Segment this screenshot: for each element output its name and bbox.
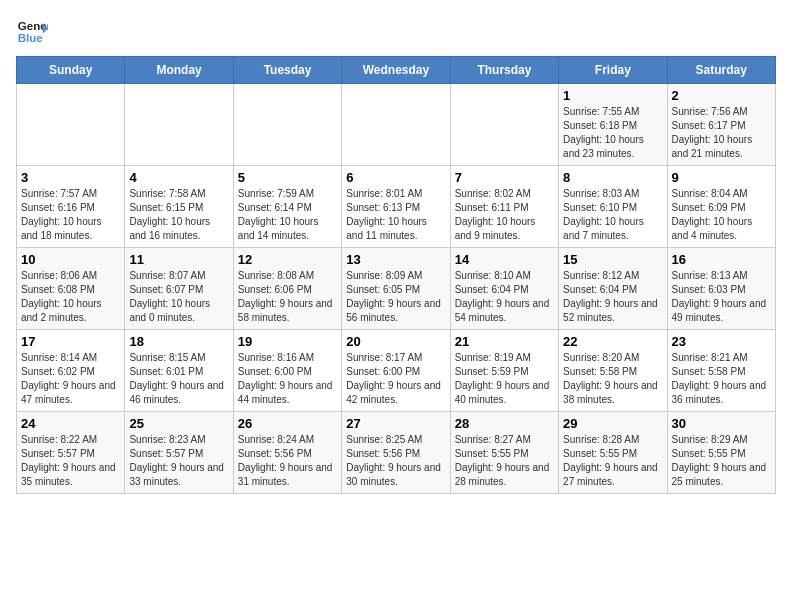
- day-cell: 29Sunrise: 8:28 AM Sunset: 5:55 PM Dayli…: [559, 412, 667, 494]
- day-cell: 7Sunrise: 8:02 AM Sunset: 6:11 PM Daylig…: [450, 166, 558, 248]
- day-number: 2: [672, 88, 771, 103]
- day-number: 21: [455, 334, 554, 349]
- day-cell: 15Sunrise: 8:12 AM Sunset: 6:04 PM Dayli…: [559, 248, 667, 330]
- day-info: Sunrise: 7:57 AM Sunset: 6:16 PM Dayligh…: [21, 187, 120, 243]
- day-info: Sunrise: 8:29 AM Sunset: 5:55 PM Dayligh…: [672, 433, 771, 489]
- day-cell: 2Sunrise: 7:56 AM Sunset: 6:17 PM Daylig…: [667, 84, 775, 166]
- calendar-table: SundayMondayTuesdayWednesdayThursdayFrid…: [16, 56, 776, 494]
- day-header-friday: Friday: [559, 57, 667, 84]
- day-number: 26: [238, 416, 337, 431]
- day-number: 29: [563, 416, 662, 431]
- day-cell: 23Sunrise: 8:21 AM Sunset: 5:58 PM Dayli…: [667, 330, 775, 412]
- day-number: 19: [238, 334, 337, 349]
- day-info: Sunrise: 8:22 AM Sunset: 5:57 PM Dayligh…: [21, 433, 120, 489]
- day-number: 7: [455, 170, 554, 185]
- day-info: Sunrise: 8:24 AM Sunset: 5:56 PM Dayligh…: [238, 433, 337, 489]
- day-header-sunday: Sunday: [17, 57, 125, 84]
- day-cell: 4Sunrise: 7:58 AM Sunset: 6:15 PM Daylig…: [125, 166, 233, 248]
- day-cell: 24Sunrise: 8:22 AM Sunset: 5:57 PM Dayli…: [17, 412, 125, 494]
- day-number: 15: [563, 252, 662, 267]
- day-info: Sunrise: 8:21 AM Sunset: 5:58 PM Dayligh…: [672, 351, 771, 407]
- logo: General Blue: [16, 16, 52, 48]
- day-info: Sunrise: 8:09 AM Sunset: 6:05 PM Dayligh…: [346, 269, 445, 325]
- day-info: Sunrise: 8:06 AM Sunset: 6:08 PM Dayligh…: [21, 269, 120, 325]
- day-header-thursday: Thursday: [450, 57, 558, 84]
- day-info: Sunrise: 8:19 AM Sunset: 5:59 PM Dayligh…: [455, 351, 554, 407]
- day-cell: 20Sunrise: 8:17 AM Sunset: 6:00 PM Dayli…: [342, 330, 450, 412]
- day-cell: 12Sunrise: 8:08 AM Sunset: 6:06 PM Dayli…: [233, 248, 341, 330]
- day-number: 30: [672, 416, 771, 431]
- day-number: 17: [21, 334, 120, 349]
- day-number: 8: [563, 170, 662, 185]
- day-cell: 18Sunrise: 8:15 AM Sunset: 6:01 PM Dayli…: [125, 330, 233, 412]
- week-row-1: 1Sunrise: 7:55 AM Sunset: 6:18 PM Daylig…: [17, 84, 776, 166]
- day-cell: [342, 84, 450, 166]
- day-cell: 6Sunrise: 8:01 AM Sunset: 6:13 PM Daylig…: [342, 166, 450, 248]
- day-info: Sunrise: 8:07 AM Sunset: 6:07 PM Dayligh…: [129, 269, 228, 325]
- day-cell: 30Sunrise: 8:29 AM Sunset: 5:55 PM Dayli…: [667, 412, 775, 494]
- day-info: Sunrise: 7:55 AM Sunset: 6:18 PM Dayligh…: [563, 105, 662, 161]
- day-number: 4: [129, 170, 228, 185]
- day-info: Sunrise: 8:28 AM Sunset: 5:55 PM Dayligh…: [563, 433, 662, 489]
- day-cell: 16Sunrise: 8:13 AM Sunset: 6:03 PM Dayli…: [667, 248, 775, 330]
- day-cell: 27Sunrise: 8:25 AM Sunset: 5:56 PM Dayli…: [342, 412, 450, 494]
- day-info: Sunrise: 8:27 AM Sunset: 5:55 PM Dayligh…: [455, 433, 554, 489]
- day-cell: 28Sunrise: 8:27 AM Sunset: 5:55 PM Dayli…: [450, 412, 558, 494]
- day-cell: 19Sunrise: 8:16 AM Sunset: 6:00 PM Dayli…: [233, 330, 341, 412]
- day-number: 16: [672, 252, 771, 267]
- day-info: Sunrise: 8:12 AM Sunset: 6:04 PM Dayligh…: [563, 269, 662, 325]
- day-number: 24: [21, 416, 120, 431]
- day-info: Sunrise: 8:17 AM Sunset: 6:00 PM Dayligh…: [346, 351, 445, 407]
- day-cell: 5Sunrise: 7:59 AM Sunset: 6:14 PM Daylig…: [233, 166, 341, 248]
- day-cell: 13Sunrise: 8:09 AM Sunset: 6:05 PM Dayli…: [342, 248, 450, 330]
- day-number: 1: [563, 88, 662, 103]
- day-cell: [233, 84, 341, 166]
- header: General Blue: [16, 16, 776, 48]
- week-row-3: 10Sunrise: 8:06 AM Sunset: 6:08 PM Dayli…: [17, 248, 776, 330]
- day-cell: 25Sunrise: 8:23 AM Sunset: 5:57 PM Dayli…: [125, 412, 233, 494]
- day-number: 18: [129, 334, 228, 349]
- day-cell: 11Sunrise: 8:07 AM Sunset: 6:07 PM Dayli…: [125, 248, 233, 330]
- day-info: Sunrise: 8:13 AM Sunset: 6:03 PM Dayligh…: [672, 269, 771, 325]
- day-header-saturday: Saturday: [667, 57, 775, 84]
- day-info: Sunrise: 8:04 AM Sunset: 6:09 PM Dayligh…: [672, 187, 771, 243]
- day-number: 25: [129, 416, 228, 431]
- day-cell: 3Sunrise: 7:57 AM Sunset: 6:16 PM Daylig…: [17, 166, 125, 248]
- calendar-body: 1Sunrise: 7:55 AM Sunset: 6:18 PM Daylig…: [17, 84, 776, 494]
- day-header-tuesday: Tuesday: [233, 57, 341, 84]
- week-row-2: 3Sunrise: 7:57 AM Sunset: 6:16 PM Daylig…: [17, 166, 776, 248]
- day-info: Sunrise: 8:20 AM Sunset: 5:58 PM Dayligh…: [563, 351, 662, 407]
- day-info: Sunrise: 7:58 AM Sunset: 6:15 PM Dayligh…: [129, 187, 228, 243]
- day-number: 12: [238, 252, 337, 267]
- day-number: 14: [455, 252, 554, 267]
- day-number: 28: [455, 416, 554, 431]
- day-info: Sunrise: 8:01 AM Sunset: 6:13 PM Dayligh…: [346, 187, 445, 243]
- day-cell: 21Sunrise: 8:19 AM Sunset: 5:59 PM Dayli…: [450, 330, 558, 412]
- day-number: 5: [238, 170, 337, 185]
- day-cell: 1Sunrise: 7:55 AM Sunset: 6:18 PM Daylig…: [559, 84, 667, 166]
- day-number: 10: [21, 252, 120, 267]
- day-info: Sunrise: 7:56 AM Sunset: 6:17 PM Dayligh…: [672, 105, 771, 161]
- day-number: 3: [21, 170, 120, 185]
- day-number: 11: [129, 252, 228, 267]
- day-cell: 14Sunrise: 8:10 AM Sunset: 6:04 PM Dayli…: [450, 248, 558, 330]
- day-number: 13: [346, 252, 445, 267]
- day-cell: 17Sunrise: 8:14 AM Sunset: 6:02 PM Dayli…: [17, 330, 125, 412]
- day-info: Sunrise: 8:25 AM Sunset: 5:56 PM Dayligh…: [346, 433, 445, 489]
- day-info: Sunrise: 8:02 AM Sunset: 6:11 PM Dayligh…: [455, 187, 554, 243]
- day-info: Sunrise: 8:10 AM Sunset: 6:04 PM Dayligh…: [455, 269, 554, 325]
- day-number: 9: [672, 170, 771, 185]
- day-cell: 22Sunrise: 8:20 AM Sunset: 5:58 PM Dayli…: [559, 330, 667, 412]
- day-number: 27: [346, 416, 445, 431]
- day-info: Sunrise: 7:59 AM Sunset: 6:14 PM Dayligh…: [238, 187, 337, 243]
- day-info: Sunrise: 8:16 AM Sunset: 6:00 PM Dayligh…: [238, 351, 337, 407]
- svg-text:Blue: Blue: [18, 32, 44, 44]
- day-number: 20: [346, 334, 445, 349]
- header-row: SundayMondayTuesdayWednesdayThursdayFrid…: [17, 57, 776, 84]
- day-cell: 10Sunrise: 8:06 AM Sunset: 6:08 PM Dayli…: [17, 248, 125, 330]
- day-cell: 9Sunrise: 8:04 AM Sunset: 6:09 PM Daylig…: [667, 166, 775, 248]
- day-info: Sunrise: 8:08 AM Sunset: 6:06 PM Dayligh…: [238, 269, 337, 325]
- week-row-4: 17Sunrise: 8:14 AM Sunset: 6:02 PM Dayli…: [17, 330, 776, 412]
- day-info: Sunrise: 8:15 AM Sunset: 6:01 PM Dayligh…: [129, 351, 228, 407]
- week-row-5: 24Sunrise: 8:22 AM Sunset: 5:57 PM Dayli…: [17, 412, 776, 494]
